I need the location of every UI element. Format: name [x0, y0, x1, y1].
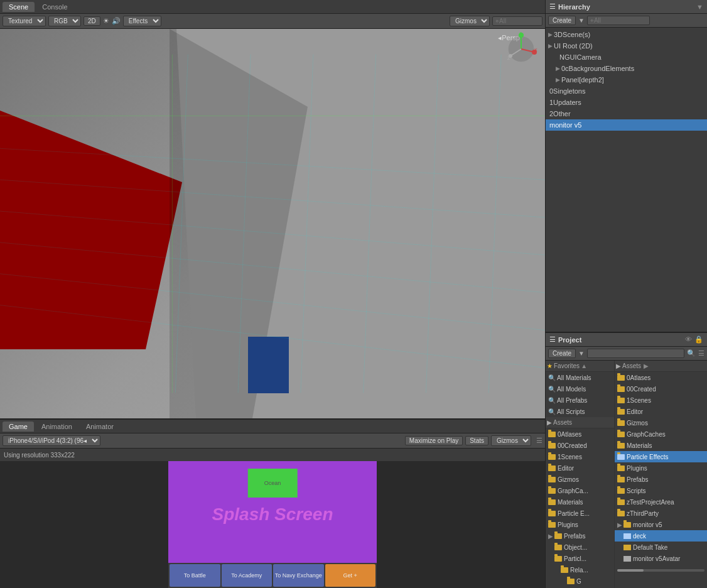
fav-all-scripts[interactable]: 🔍 All Scripts — [546, 406, 614, 417]
tree-item-2other[interactable]: 2Other — [546, 108, 707, 119]
scene-tab-bar: Scene Console — [0, 0, 545, 14]
to-academy-button[interactable]: To Academy — [222, 564, 273, 587]
game-panel-menu-icon[interactable]: ☰ — [536, 437, 542, 445]
assets-1scenes[interactable]: 1Scenes — [546, 451, 614, 462]
assets-particle-effects[interactable]: Particle E... — [546, 508, 614, 519]
svg-line-2 — [0, 211, 545, 255]
assets-gizmos[interactable]: Gizmos — [546, 474, 614, 485]
assets-prefabs-g[interactable]: G — [546, 575, 614, 587]
project-search-btn[interactable]: 🔍 — [687, 349, 696, 357]
right-00created[interactable]: 00Created — [615, 383, 707, 395]
project-eye-icon: 👁 — [685, 335, 692, 344]
right-graphcaches[interactable]: GraphCaches — [615, 428, 707, 440]
stats-button[interactable]: Stats — [465, 436, 488, 445]
hierarchy-title: Hierarchy — [558, 3, 590, 11]
tab-game[interactable]: Game — [3, 422, 34, 432]
textured-dropdown[interactable]: Textured — [3, 16, 46, 26]
tree-item-3dscene[interactable]: ▶ 3DScene(s) — [546, 29, 707, 40]
maximize-on-play-button[interactable]: Maximize on Play — [405, 436, 463, 445]
folder-icon-graphcaches — [548, 488, 556, 494]
assets-graphcaches[interactable]: GraphCa... — [546, 485, 614, 496]
right-default-take[interactable]: Default Take — [615, 542, 707, 553]
fav-all-models[interactable]: 🔍 All Models — [546, 383, 614, 395]
svg-line-10 — [426, 55, 438, 393]
tree-item-1updaters[interactable]: 1Updaters — [546, 97, 707, 108]
resolution-info: Using resolution 333x222 — [4, 452, 75, 459]
svg-line-1 — [0, 180, 545, 217]
right-deck[interactable]: deck — [615, 530, 707, 542]
folder-icon-editor — [548, 466, 556, 471]
right-materials[interactable]: Materials — [615, 440, 707, 451]
2d-button[interactable]: 2D — [84, 16, 100, 26]
svg-line-3 — [0, 242, 545, 293]
assets-0atlases[interactable]: 0Atlases — [546, 428, 614, 440]
right-folder-editor — [617, 409, 625, 415]
svg-line-4 — [0, 274, 545, 330]
tab-animation[interactable]: Animation — [35, 422, 78, 432]
assets-section-header-left: ▶ Assets — [546, 417, 614, 428]
to-battle-button[interactable]: To Battle — [170, 564, 220, 587]
right-folder-plugins — [617, 466, 625, 471]
to-navy-exchange-button[interactable]: To Navy Exchange — [273, 564, 324, 587]
fav-all-materials[interactable]: 🔍 All Materials — [546, 372, 614, 383]
grid-overlay — [0, 29, 545, 418]
svg-line-7 — [238, 55, 251, 393]
gizmos-game-dropdown[interactable]: Gizmos — [491, 435, 531, 446]
right-particle-effects[interactable]: Particle Effects — [615, 451, 707, 462]
get-plus-button[interactable]: Get + — [325, 564, 376, 587]
right-panel: ☰ Hierarchy ▼ Create ▼ ▶ 3DScene(s) ▶ UI… — [545, 0, 707, 588]
hierarchy-collapse-btn[interactable]: ▼ — [696, 3, 703, 11]
tab-console[interactable]: Console — [36, 2, 73, 12]
project-toolbar: Create ▼ 🔍 ☰ — [546, 347, 707, 361]
right-zthirdparty[interactable]: zThirdParty — [615, 508, 707, 519]
assets-editor[interactable]: Editor — [546, 462, 614, 474]
project-search-input[interactable] — [587, 349, 684, 358]
assets-prefabs[interactable]: ▶ Prefabs — [546, 530, 614, 542]
right-gizmos[interactable]: Gizmos — [615, 417, 707, 428]
assets-00created[interactable]: 00Created — [546, 440, 614, 451]
hierarchy-create-btn[interactable]: Create — [548, 16, 576, 25]
folder-icon-particle-effects — [548, 511, 556, 516]
svg-text:Z: Z — [507, 56, 510, 60]
right-monitor-v5[interactable]: ▶ monitor v5 — [615, 519, 707, 530]
tree-item-0cbackground[interactable]: ▶ 0cBackgroundElements — [546, 63, 707, 74]
project-create-btn[interactable]: Create — [548, 349, 576, 358]
tree-item-nguicamera[interactable]: NGUICamera — [546, 52, 707, 63]
favorites-sort-icon: ▲ — [581, 362, 587, 369]
right-1scenes[interactable]: 1Scenes — [615, 395, 707, 406]
right-0atlases[interactable]: 0Atlases — [615, 372, 707, 383]
right-plugins[interactable]: Plugins — [615, 462, 707, 474]
tree-item-uiroot[interactable]: ▶ UI Root (2D) — [546, 40, 707, 52]
effects-dropdown[interactable]: Effects — [123, 16, 161, 26]
assets-prefabs-objects[interactable]: Object... — [546, 542, 614, 553]
right-scripts[interactable]: Scripts — [615, 485, 707, 496]
assets-arrow-icon-right: ▶ — [616, 362, 621, 369]
fav-search-icon-2: 🔍 — [548, 386, 556, 393]
right-editor[interactable]: Editor — [615, 406, 707, 417]
tab-animator[interactable]: Animator — [80, 422, 120, 432]
tree-item-monitor-v5[interactable]: monitor v5 — [546, 119, 707, 131]
right-ztestprojectarea[interactable]: zTestProjectArea — [615, 496, 707, 508]
right-prefabs[interactable]: Prefabs — [615, 474, 707, 485]
project-scrollbar-thumb[interactable] — [617, 569, 644, 572]
assets-prefabs-rela[interactable]: Rela... — [546, 564, 614, 575]
tree-item-0singletons[interactable]: 0Singletons — [546, 85, 707, 97]
rgb-dropdown[interactable]: RGB — [48, 16, 81, 26]
tab-scene[interactable]: Scene — [3, 2, 35, 12]
gizmos-dropdown[interactable]: Gizmos — [450, 16, 490, 26]
hierarchy-search-input[interactable] — [587, 16, 650, 25]
project-filter-btn[interactable]: ☰ — [698, 349, 704, 357]
assets-prefabs-particl[interactable]: Particl... — [546, 553, 614, 564]
tree-item-panel-depth2[interactable]: ▶ Panel[depth2] — [546, 74, 707, 85]
ocean-button[interactable]: Ocean — [248, 469, 298, 498]
right-folder-prefabs — [617, 477, 625, 482]
assets-plugins[interactable]: Plugins — [546, 519, 614, 530]
scene-search-input[interactable] — [492, 16, 542, 26]
right-folder-00created — [617, 386, 625, 392]
device-dropdown[interactable]: iPhone4/S/i/iPod 4(3:2) (96◂ — [3, 435, 100, 446]
project-scrollbar-area — [615, 564, 707, 577]
fav-all-prefabs[interactable]: 🔍 All Prefabs — [546, 395, 614, 406]
right-monitor-v5-avatar[interactable]: monitor v5Avatar — [615, 553, 707, 564]
assets-materials[interactable]: Materials — [546, 496, 614, 508]
audio-icon: 🔊 — [112, 17, 121, 25]
